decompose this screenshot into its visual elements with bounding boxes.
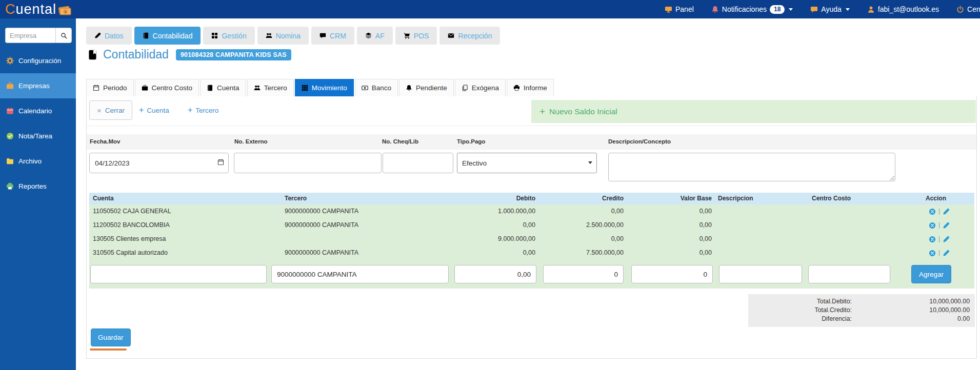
delete-row-icon[interactable]	[929, 222, 936, 229]
sidebar-item-label: Archivo	[18, 157, 42, 165]
tab-recepcion[interactable]: Recepción	[439, 27, 500, 45]
subtab-movimiento[interactable]: Movimiento	[295, 79, 354, 96]
delete-row-icon[interactable]	[929, 208, 936, 215]
tab-datos[interactable]: Datos	[86, 27, 132, 45]
search-button[interactable]	[55, 28, 72, 43]
new-centro-costo-input[interactable]	[808, 265, 890, 283]
new-cuenta-input[interactable]	[90, 265, 267, 283]
subtab-cuenta[interactable]: Cuenta	[200, 79, 246, 96]
sidebar-item-label: Calendario	[18, 107, 52, 115]
chat-icon	[810, 6, 818, 13]
sidebar-item-label: Nota/Tarea	[18, 132, 52, 140]
briefcase-icon	[6, 82, 14, 90]
nav-help-label: Ayuda	[821, 5, 841, 13]
cell-tercero: 9000000000 CAMPANITA	[281, 246, 448, 260]
cell-centro-costo	[805, 204, 897, 218]
new-debito-input[interactable]	[454, 265, 536, 283]
sidebar-item-calendario[interactable]: Calendario	[0, 98, 76, 124]
subtab-informe[interactable]: Informe	[507, 79, 554, 96]
cell-debito: 0,00	[448, 246, 536, 260]
bell-icon	[406, 85, 412, 91]
book-icon	[207, 85, 213, 91]
search-input[interactable]	[5, 28, 55, 43]
nav-help[interactable]: Ayuda	[810, 5, 849, 13]
subtab-label: Cuenta	[217, 84, 239, 92]
add-cuenta-link[interactable]: + Cuenta	[139, 100, 169, 120]
tab-af[interactable]: AF	[357, 27, 393, 45]
header-accion: Accion	[897, 193, 974, 204]
nav-panel[interactable]: Panel	[665, 5, 694, 13]
new-valor-base-input[interactable]	[631, 265, 713, 283]
cell-centro-costo	[805, 232, 897, 246]
cell-debito: 0,00	[448, 218, 536, 232]
new-descripcion-input[interactable]	[719, 265, 802, 283]
edit-row-icon[interactable]	[943, 236, 950, 243]
descripcion-concepto-label: Descripcion/Concepto	[608, 138, 671, 145]
tab-nomina[interactable]: Nomina	[257, 27, 309, 45]
cerrar-button[interactable]: × Cerrar	[89, 100, 132, 120]
descripcion-concepto-textarea[interactable]	[608, 153, 895, 181]
nav-notifications[interactable]: Notificaciones 18	[711, 5, 793, 14]
sidebar-item-empresas[interactable]: Empresas	[0, 73, 76, 98]
tab-pos[interactable]: POS	[395, 27, 437, 45]
tab-contabilidad[interactable]: Contabilidad	[134, 27, 201, 45]
no-cheq-lib-input[interactable]	[383, 153, 453, 173]
delete-row-icon[interactable]	[929, 250, 936, 257]
brand-logo[interactable]: Cuental	[5, 1, 72, 18]
tab-label: Contabilidad	[153, 32, 193, 40]
edit-row-icon[interactable]	[943, 250, 950, 257]
agregar-button[interactable]: Agregar	[911, 265, 951, 283]
header-cuenta: Cuenta	[89, 193, 281, 204]
sidebar-item-nota-tarea[interactable]: Nota/Tarea	[0, 124, 76, 149]
sidebar-item-configuracion[interactable]: Configuración	[0, 48, 76, 73]
nav-user[interactable]: fabi_st@outlook.es	[867, 5, 939, 13]
subtab-tercero[interactable]: Tercero	[247, 79, 294, 96]
tab-label: Gestión	[222, 32, 246, 40]
subtab-banco[interactable]: Banco	[355, 79, 398, 96]
edit-row-icon[interactable]	[943, 222, 950, 229]
new-credito-input[interactable]	[543, 265, 624, 283]
sidebar-item-archivo[interactable]: Archivo	[0, 149, 76, 174]
add-tercero-link[interactable]: + Tercero	[188, 100, 218, 120]
tab-crm[interactable]: CRM	[311, 27, 354, 45]
nav-notifications-label: Notificaciones	[722, 5, 767, 13]
movement-form: Fecha.Mov No. Externo No. Cheq/Lib Tipo.…	[87, 134, 976, 192]
grid-icon	[302, 85, 308, 91]
subtab-pendiente[interactable]: Pendiente	[399, 79, 454, 96]
subtab-label: Periodo	[103, 84, 127, 92]
tipo-pago-label: Tipo.Pago	[457, 138, 485, 145]
total-debito-row: Total.Debito: 10,000,000.00	[753, 297, 970, 306]
cell-valor-base: 0,00	[625, 246, 713, 260]
fecha-mov-input[interactable]	[89, 153, 229, 173]
tipo-pago-select[interactable]: Efectivo	[457, 153, 597, 173]
nav-logout[interactable]: Cerrar sesión	[956, 5, 980, 13]
navbar-menu: Panel Notificaciones 18 Ayuda fabi_st@ou…	[665, 0, 980, 18]
cell-descripcion	[713, 204, 805, 218]
tab-gestion[interactable]: Gestión	[203, 27, 254, 45]
table-row: 130505 Clientes empresa 9.000.000,00 0,0…	[89, 232, 974, 246]
sidebar-item-reportes[interactable]: Reportes	[0, 174, 76, 199]
datepicker-icon[interactable]	[217, 159, 224, 166]
journal-icon	[87, 49, 98, 61]
new-tercero-input[interactable]	[271, 265, 449, 283]
no-externo-input[interactable]	[234, 153, 382, 173]
header-centro-costo: Centro Costo	[805, 193, 897, 204]
table-header-row: Cuenta Tercero Debito Credito Valor Base…	[89, 193, 974, 204]
active-indicator-bar	[90, 348, 127, 351]
printer-icon	[513, 85, 520, 91]
page-title: Contabilidad	[103, 48, 169, 61]
nuevo-saldo-inicial-link[interactable]: + Nuevo Saldo Inicial	[531, 100, 976, 123]
cell-descripcion	[713, 232, 805, 246]
user-icon	[867, 6, 875, 13]
save-area: Guardar	[91, 328, 131, 351]
gear-icon	[6, 57, 14, 65]
edit-row-icon[interactable]	[943, 208, 950, 215]
subtab-centro-costo[interactable]: Centro Costo	[135, 79, 199, 96]
delete-row-icon[interactable]	[929, 236, 936, 243]
subtab-periodo[interactable]: Periodo	[86, 79, 134, 96]
nav-user-email: fabi_st@outlook.es	[878, 5, 939, 13]
guardar-button[interactable]: Guardar	[91, 328, 131, 346]
card-icon	[362, 85, 368, 91]
subtab-exogena[interactable]: Exógena	[455, 79, 506, 96]
bell-icon	[711, 6, 719, 13]
